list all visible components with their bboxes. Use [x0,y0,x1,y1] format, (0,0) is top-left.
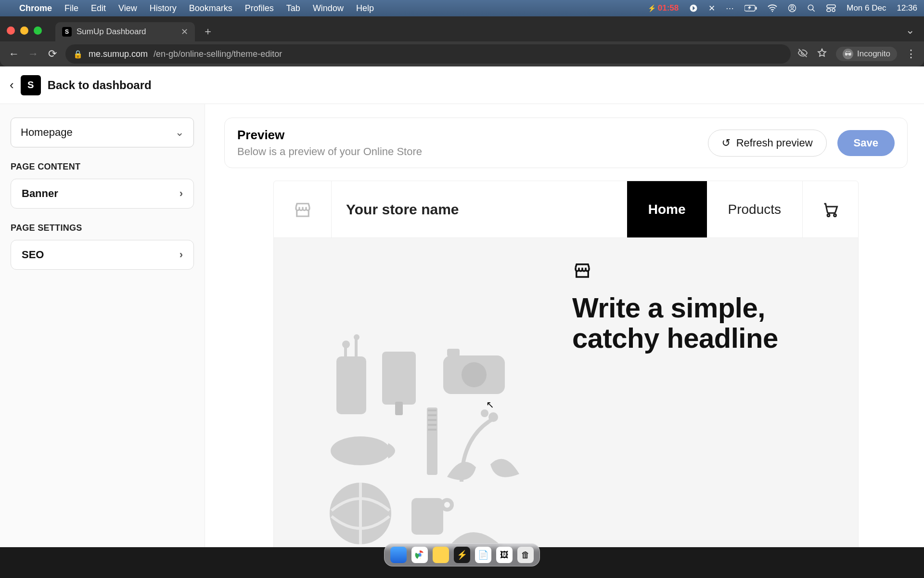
menu-help[interactable]: Help [356,3,374,13]
tabs-overflow-icon[interactable]: ⌄ [906,24,914,37]
menu-profiles[interactable]: Profiles [245,3,274,13]
eye-off-icon[interactable] [797,48,808,60]
store-nav: Home Products [627,181,802,237]
refresh-preview-label: Refresh preview [736,137,813,149]
svg-rect-12 [336,356,366,414]
svg-rect-23 [428,409,436,411]
bookmark-star-icon[interactable] [817,48,827,60]
page-content-heading: PAGE CONTENT [11,162,194,172]
status-icon-2[interactable]: ✕ [708,3,715,13]
lock-icon: 🔒 [73,50,83,59]
app-viewport: ‹ S Back to dashboard Homepage ⌄ PAGE CO… [0,66,924,547]
menubar-date[interactable]: Mon 6 Dec [847,3,886,13]
macos-menubar: Chrome File Edit View History Bookmarks … [0,0,924,16]
store-nav-home[interactable]: Home [627,181,707,237]
battery-icon[interactable] [744,5,757,12]
control-center-icon[interactable] [826,4,836,12]
url-host: me.sumup.com [89,49,148,59]
window-minimize-button[interactable] [20,26,28,35]
dock-app-trash[interactable]: 🗑 [517,547,534,563]
menu-view[interactable]: View [118,3,137,13]
store-logo-placeholder [274,181,332,237]
wifi-icon[interactable] [768,4,777,12]
svg-rect-27 [428,429,436,431]
sumup-logo[interactable]: S [21,75,41,95]
address-bar[interactable]: 🔒 me.sumup.com/en-gb/online-selling/them… [65,44,791,64]
menu-history[interactable]: History [150,3,177,13]
app-header: ‹ S Back to dashboard [0,66,924,104]
refresh-preview-button[interactable]: ↻ Refresh preview [708,130,827,157]
back-to-dashboard-link[interactable]: Back to dashboard [48,79,152,92]
back-chevron-icon[interactable]: ‹ [10,78,14,92]
incognito-badge[interactable]: 🕶 Incognito [836,47,897,61]
chevron-right-icon: › [180,249,183,261]
dock-app-textedit[interactable]: 📄 [475,547,491,563]
storefront-icon [572,284,592,292]
menubar-time[interactable]: 12:36 [897,3,917,13]
svg-point-5 [791,6,794,8]
svg-rect-24 [428,414,436,416]
editor-main: Preview Below is a preview of your Onlin… [205,104,924,547]
nav-reload-button[interactable]: ⟳ [46,48,59,60]
incognito-icon: 🕶 [843,49,853,59]
svg-rect-32 [411,498,443,535]
dock-app-finder[interactable] [390,547,407,563]
spotlight-icon[interactable] [807,4,816,13]
svg-rect-16 [355,338,358,358]
svg-point-9 [832,9,835,12]
menu-file[interactable]: File [64,3,78,13]
sidebar-item-seo[interactable]: SEO › [11,240,194,270]
user-icon[interactable] [788,4,796,13]
status-icon-1[interactable] [689,4,698,13]
menu-window[interactable]: Window [313,3,344,13]
sidebar-item-banner[interactable]: Banner › [11,179,194,209]
svg-point-20 [462,362,487,387]
nav-back-button[interactable]: ← [8,48,20,60]
svg-rect-22 [427,407,437,475]
svg-point-3 [772,11,773,12]
editor-sidebar: Homepage ⌄ PAGE CONTENT Banner › PAGE SE… [0,104,205,547]
status-icon-3[interactable]: ⋯ [726,3,734,13]
store-name: Your store name [332,181,627,237]
kebab-menu-icon[interactable]: ⋮ [906,48,916,60]
dock-app-terminal[interactable]: ⚡ [454,547,470,563]
chevron-right-icon: › [180,187,183,200]
save-button[interactable]: Save [837,130,895,156]
battery-status[interactable]: ⚡ 01:58 [648,3,679,13]
incognito-label: Incognito [857,49,890,59]
menubar-app-name[interactable]: Chrome [19,3,52,13]
dock-app-preview[interactable]: 🖼 [496,547,513,563]
new-tab-button[interactable]: ＋ [200,23,216,39]
menu-tab[interactable]: Tab [286,3,300,13]
store-nav-products[interactable]: Products [707,181,803,237]
chrome-tabstrip: S SumUp Dashboard ✕ ＋ ⌄ [0,16,924,41]
store-hero: Write a simple, catchy headline [274,238,858,547]
page-select[interactable]: Homepage ⌄ [11,118,194,147]
tab-favicon: S [62,27,72,37]
dock-app-notes[interactable] [433,547,449,563]
tab-title: SumUp Dashboard [77,27,146,37]
tab-close-icon[interactable]: ✕ [181,26,188,37]
svg-point-6 [808,5,814,10]
nav-forward-button[interactable]: → [27,48,39,60]
svg-rect-14 [344,346,347,360]
hero-illustration [303,257,553,547]
menu-bookmarks[interactable]: Bookmarks [189,3,232,13]
preview-heading: Preview [237,128,422,143]
svg-point-30 [331,436,390,465]
dock-app-chrome[interactable] [411,547,428,563]
refresh-icon: ↻ [722,137,731,149]
svg-rect-17 [382,352,416,405]
page-settings-heading: PAGE SETTINGS [11,223,194,233]
window-close-button[interactable] [7,26,15,35]
chrome-toolbar: ← → ⟳ 🔒 me.sumup.com/en-gb/online-sellin… [0,41,924,66]
chrome-window: S SumUp Dashboard ✕ ＋ ⌄ ← → ⟳ 🔒 me.sumup… [0,16,924,66]
store-cart-button[interactable] [802,181,858,237]
browser-tab[interactable]: S SumUp Dashboard ✕ [55,22,195,41]
svg-rect-21 [447,349,460,356]
svg-rect-18 [395,402,403,415]
store-preview: Your store name Home Products [273,181,859,547]
menu-edit[interactable]: Edit [91,3,106,13]
svg-rect-26 [428,424,436,426]
window-zoom-button[interactable] [34,26,42,35]
